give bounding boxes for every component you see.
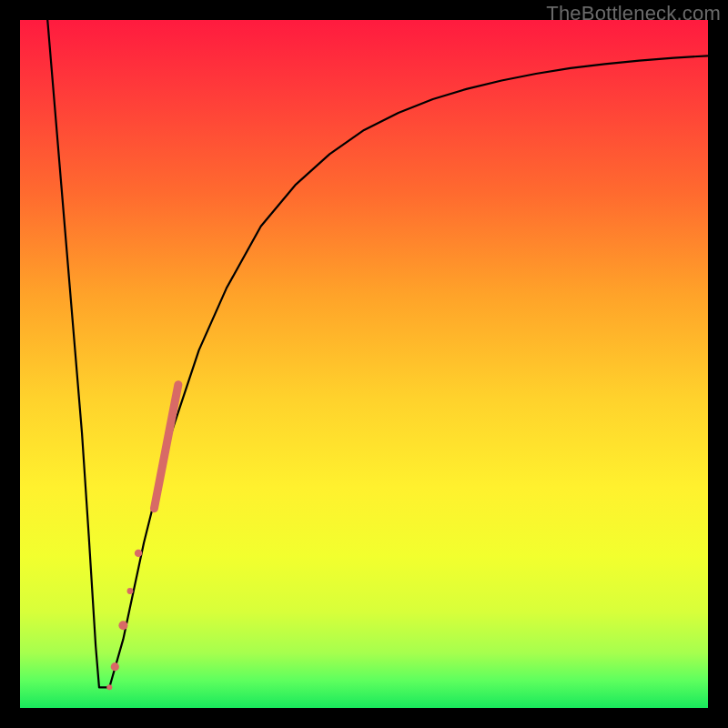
watermark-text: TheBottleneck.com	[546, 2, 721, 25]
plot-area	[20, 20, 708, 708]
dot-d	[111, 662, 119, 671]
chart-frame: TheBottleneck.com	[0, 0, 728, 728]
marker-layer	[106, 385, 178, 691]
bottleneck-curve	[47, 20, 708, 687]
dot-c	[118, 621, 127, 630]
dot-b	[127, 588, 134, 594]
dot-a	[135, 550, 142, 557]
cluster-main	[154, 385, 177, 509]
dot-e	[106, 684, 112, 690]
chart-svg	[20, 20, 708, 708]
